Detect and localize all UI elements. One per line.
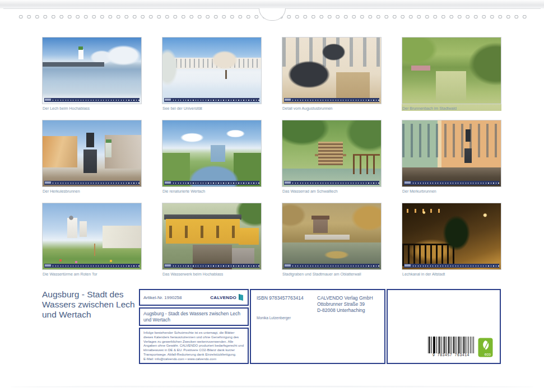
- publisher-address: CALVENDO Verlag GmbH Ottobrunner Straße …: [317, 295, 373, 314]
- thumb-caption: Die Wassertürme am Roten Tor: [43, 272, 142, 277]
- thumb-photo: [282, 203, 382, 270]
- mini-calendar-strip: [164, 98, 259, 102]
- thumb-photo: [402, 203, 501, 270]
- thumb-uni-see: See bei der Universität: [162, 37, 262, 111]
- thumb-caption: Lechkanal in der Altstadt: [402, 272, 501, 277]
- thumb-oblatterwall: Stadtgraben und Stadtmauer am Oblatterwa…: [282, 203, 382, 277]
- eco-icon: eco: [478, 338, 493, 357]
- thumb-photo: [42, 203, 142, 270]
- contact-line: E-Mail: info@calvendo.com • www.calvendo…: [143, 357, 244, 362]
- thumb-brunnenbach: Der Brunnenbach im Stadtwald: [402, 37, 501, 111]
- thumb-caption: Stadtgraben und Stadtmauer am Oblatterwa…: [282, 272, 382, 277]
- publisher-street: Ottobrunner Straße 39: [317, 301, 373, 307]
- thumb-photo: [282, 120, 382, 187]
- publisher-city: D-82008 Unterhaching: [317, 307, 373, 314]
- legal-text: Infolge bestehender Schutzrechte ist es …: [143, 331, 244, 357]
- thumb-caption: See bei der Universität: [162, 106, 262, 111]
- mini-calendar-strip: [404, 264, 499, 268]
- mini-calendar-strip: [164, 181, 259, 185]
- calendar-title: Augsburg - Stadt des Wassers zwischen Le…: [42, 290, 141, 319]
- thumb-wassertuerme: Die Wassertürme am Roten Tor: [42, 203, 142, 277]
- thumb-photo: [282, 37, 382, 104]
- thumb-lech-hochablass: Der Lech beim Hochablass: [42, 37, 142, 111]
- thumb-caption: Detail vom Augustusbrunnen: [282, 106, 382, 111]
- author-name: Monika Lutzenberger: [257, 316, 291, 320]
- mini-calendar-strip: [44, 98, 140, 102]
- barcode-number: 9 783457 763414: [428, 353, 474, 357]
- artikel-number: Artikel-Nr. 1990258: [143, 295, 182, 300]
- thumb-caption: Der Herkulesbrunnen: [43, 189, 142, 194]
- mini-calendar-strip: [404, 181, 499, 185]
- isbn-text: ISBN 9783457763414: [257, 295, 304, 301]
- thumb-photo: [42, 120, 142, 187]
- thumb-wertach: Die renaturierte Wertach: [162, 120, 262, 194]
- mini-calendar-strip: [44, 181, 140, 185]
- artikel-box: Artikel-Nr. 1990258 CALVENDO: [139, 289, 249, 306]
- calvendo-flag-icon: [238, 293, 244, 301]
- thumb-photo: [42, 37, 142, 104]
- mini-calendar-strip: [284, 181, 379, 185]
- thumb-photo: [402, 120, 501, 187]
- mini-calendar-strip: [284, 98, 379, 102]
- calendar-back-page: Der Lech beim Hochablass See bei der Uni…: [0, 0, 544, 392]
- calvendo-logo: CALVENDO: [210, 293, 244, 301]
- ean-barcode: 9 783457 763414: [428, 337, 474, 357]
- publisher-box: ISBN 9783457763414 CALVENDO Verlag GmbH …: [250, 289, 385, 364]
- thumb-caption: Das Wasserwerk beim Hochablass: [162, 272, 262, 277]
- publisher-name: CALVENDO Verlag GmbH: [317, 295, 373, 301]
- legal-box: Infolge bestehender Schutzrechte ist es …: [139, 328, 249, 364]
- barcode-bars: [428, 337, 474, 353]
- thumb-photo: [162, 120, 262, 187]
- thumb-caption: Der Lech beim Hochablass: [43, 106, 142, 111]
- thumbnail-grid: Der Lech beim Hochablass See bei der Uni…: [42, 37, 503, 277]
- mini-calendar-strip: [284, 264, 379, 268]
- thumb-photo: [162, 203, 262, 270]
- thumb-caption: Das Wasserrad am Schwalllech: [282, 189, 382, 194]
- thumb-photo: [162, 37, 262, 104]
- thumb-merkurbrunnen: Der Merkurbrunnen: [402, 120, 501, 194]
- thumb-wasserrad: Das Wasserrad am Schwalllech: [282, 120, 382, 194]
- page-top-shadow: [0, 0, 544, 8]
- thumb-lechkanal: Lechkanal in der Altstadt: [402, 203, 501, 277]
- title-box: Augsburg - Stadt des Wassers zwischen Le…: [139, 307, 249, 326]
- mini-calendar-strip: [44, 264, 140, 268]
- calvendo-wordmark: CALVENDO: [210, 295, 236, 300]
- eco-label: eco: [485, 352, 491, 356]
- mini-calendar-strip: [164, 264, 259, 268]
- thumb-herkulesbrunnen: Der Herkulesbrunnen: [42, 120, 142, 194]
- barcode-box: 9 783457 763414 eco: [387, 289, 501, 364]
- thumb-caption: Der Brunnenbach im Stadtwald: [402, 106, 501, 111]
- thumb-caption: Die renaturierte Wertach: [162, 189, 262, 194]
- thumb-wasserwerk: Das Wasserwerk beim Hochablass: [162, 203, 262, 277]
- thumb-augustusbrunnen: Detail vom Augustusbrunnen: [282, 37, 382, 111]
- thumb-caption: Der Merkurbrunnen: [402, 189, 501, 194]
- thumb-photo: [402, 37, 501, 104]
- page-bottom-shadow: [10, 386, 534, 388]
